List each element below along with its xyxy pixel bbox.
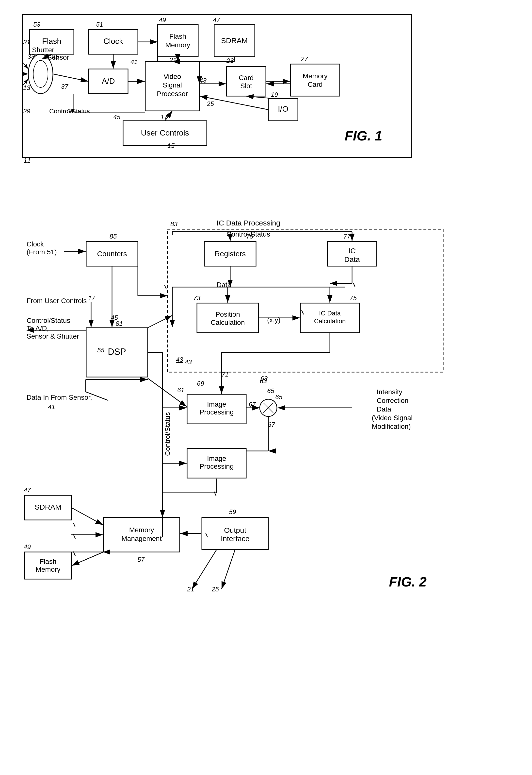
svg-text:65: 65: [275, 393, 282, 401]
svg-text:43: 43: [199, 77, 207, 84]
svg-text:65: 65: [267, 387, 274, 395]
svg-text:37: 37: [61, 83, 68, 90]
svg-line-211: [353, 283, 355, 287]
svg-text:23: 23: [226, 57, 234, 64]
svg-text:25: 25: [207, 100, 214, 107]
svg-text:FIG. 2: FIG. 2: [389, 574, 427, 590]
svg-text:Data In From Sensor,: Data In From Sensor,: [27, 394, 92, 401]
svg-text:Control/Status: Control/Status: [164, 412, 171, 456]
svg-text:(Video Signal: (Video Signal: [372, 414, 413, 422]
svg-text:41: 41: [130, 58, 138, 65]
svg-text:Card: Card: [239, 74, 254, 81]
svg-text:SDRAM: SDRAM: [35, 503, 61, 511]
svg-text:51: 51: [96, 21, 103, 28]
svg-line-175: [148, 315, 172, 328]
svg-text:27: 27: [301, 55, 308, 63]
svg-text:FIG. 1: FIG. 1: [345, 128, 382, 143]
svg-text:Clock: Clock: [103, 37, 123, 46]
svg-text:17: 17: [88, 294, 96, 302]
svg-text:77: 77: [343, 233, 351, 240]
svg-text:13: 13: [23, 84, 30, 91]
svg-text:Memory: Memory: [129, 526, 154, 534]
svg-text:73: 73: [193, 294, 200, 302]
svg-text:61: 61: [177, 386, 184, 394]
svg-text:Processing: Processing: [200, 408, 234, 416]
svg-text:29: 29: [23, 107, 30, 115]
svg-text:75: 75: [350, 294, 357, 302]
svg-text:Memory: Memory: [165, 41, 190, 49]
svg-line-206: [192, 549, 217, 589]
svg-point-30: [33, 60, 48, 87]
svg-text:21: 21: [169, 56, 177, 64]
svg-text:41: 41: [48, 403, 55, 411]
svg-text:25: 25: [211, 586, 219, 593]
svg-text:Memory: Memory: [35, 565, 60, 573]
svg-text:83: 83: [170, 220, 177, 228]
svg-text:19: 19: [271, 91, 278, 98]
svg-text:69: 69: [197, 380, 204, 387]
svg-text:67: 67: [249, 401, 256, 408]
svg-text:Card: Card: [308, 81, 323, 88]
svg-text:55: 55: [97, 347, 104, 354]
svg-text:DSP: DSP: [108, 347, 126, 357]
svg-text:Correction: Correction: [377, 397, 408, 404]
svg-text:Output: Output: [224, 526, 246, 534]
svg-text:59: 59: [229, 508, 236, 515]
svg-text:85: 85: [110, 233, 117, 240]
svg-line-203: [72, 552, 103, 565]
svg-text:I/O: I/O: [278, 104, 289, 113]
svg-text:31: 31: [23, 38, 30, 46]
svg-text:Control/Status: Control/Status: [27, 317, 70, 324]
svg-text:Shutter: Shutter: [32, 46, 54, 54]
svg-text:71: 71: [222, 371, 229, 378]
svg-text:IC: IC: [348, 247, 356, 255]
svg-text:Video: Video: [163, 73, 181, 80]
svg-text:43: 43: [176, 356, 183, 363]
svg-text:47: 47: [213, 16, 220, 24]
svg-text:17: 17: [161, 113, 168, 121]
svg-text:Modification): Modification): [372, 423, 411, 430]
svg-text:45: 45: [113, 113, 120, 121]
svg-text:A/D: A/D: [102, 77, 115, 85]
svg-text:Flash: Flash: [42, 37, 61, 46]
svg-text:11: 11: [24, 157, 31, 164]
svg-line-213: [73, 523, 75, 527]
svg-line-208: [164, 285, 166, 289]
svg-text:Data: Data: [377, 405, 391, 413]
svg-text:67: 67: [268, 421, 275, 428]
svg-text:Control/Status: Control/Status: [49, 107, 90, 115]
svg-text:Interface: Interface: [221, 534, 250, 542]
svg-text:(x,y): (x,y): [267, 316, 280, 324]
svg-text:Memory: Memory: [303, 72, 327, 80]
svg-text:57: 57: [137, 556, 145, 563]
diagram-svg: Flash Clock Flash Memory SDRAM A/D Video…: [0, 0, 532, 775]
svg-text:IC Data Processing: IC Data Processing: [217, 219, 280, 227]
svg-text:Slot: Slot: [240, 82, 252, 90]
svg-text:From User Controls: From User Controls: [27, 297, 87, 305]
svg-text:SDRAM: SDRAM: [221, 36, 248, 45]
svg-text:49: 49: [159, 16, 166, 24]
svg-text:Management: Management: [121, 535, 162, 542]
svg-text:Flash: Flash: [169, 32, 186, 40]
svg-text:Data: Data: [344, 255, 360, 264]
svg-text:Image: Image: [207, 400, 226, 408]
svg-text:43: 43: [185, 358, 192, 366]
svg-text:Registers: Registers: [215, 250, 246, 258]
svg-line-207: [222, 549, 235, 589]
svg-text:35: 35: [52, 53, 59, 61]
svg-text:Calculation: Calculation: [211, 319, 245, 326]
svg-line-78: [22, 62, 28, 69]
svg-text:Position: Position: [215, 311, 240, 318]
svg-text:Sensor & Shutter: Sensor & Shutter: [27, 332, 79, 340]
svg-text:47: 47: [24, 486, 31, 494]
svg-text:63: 63: [260, 375, 268, 382]
svg-text:53: 53: [33, 21, 40, 28]
svg-rect-22: [290, 64, 340, 96]
svg-text:15: 15: [167, 142, 175, 149]
svg-text:(From 51): (From 51): [27, 248, 57, 256]
svg-text:Signal: Signal: [163, 81, 182, 89]
svg-text:Flash: Flash: [40, 558, 56, 565]
svg-text:Calculation: Calculation: [314, 317, 346, 325]
svg-line-216: [214, 492, 216, 496]
svg-text:To A/D,: To A/D,: [27, 325, 49, 332]
